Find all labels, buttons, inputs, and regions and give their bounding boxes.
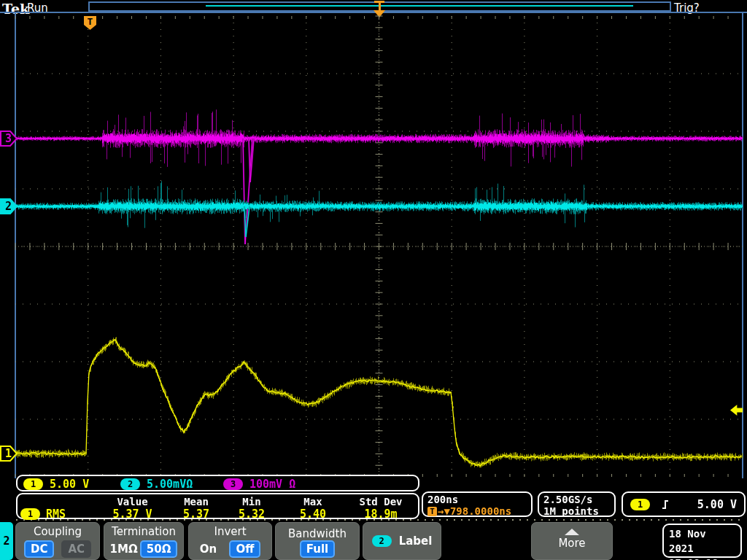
invert-on-option[interactable]: On xyxy=(200,542,217,556)
arrow-right-icon: → xyxy=(438,505,444,517)
record-length: 1M points xyxy=(543,505,610,517)
channel3-scale: 100mV Ω xyxy=(249,478,295,491)
svg-text:2: 2 xyxy=(5,200,12,213)
horizontal-delay: T→▼798.0000ns xyxy=(427,505,527,517)
date-text: 18 Nov 2021 xyxy=(669,526,735,556)
channel1-scale: 5.00 V xyxy=(50,478,89,491)
meas-row-name: 1 RMS xyxy=(20,508,93,521)
channel3-marker[interactable]: 3 xyxy=(0,131,18,147)
channel-scale-bar: 1 5.00 V 2 5.00mVΩ 3 100mV Ω xyxy=(16,475,419,491)
acquisition-readout-box[interactable]: 2.50GS/s 1M points xyxy=(538,491,616,517)
channel2-badge[interactable]: 2 5.00mVΩ xyxy=(120,478,193,490)
channel2-oval: 2 xyxy=(120,478,140,490)
channel2-scale: 5.00mVΩ xyxy=(147,478,193,491)
bandwidth-button[interactable]: Bandwidth Full xyxy=(275,522,360,560)
coupling-dc-option[interactable]: DC xyxy=(24,540,54,558)
invert-button[interactable]: Invert On Off xyxy=(188,522,272,560)
meas-header-min: Min xyxy=(222,496,281,508)
meas-stddev: 18.9m xyxy=(346,508,416,521)
measurement-box[interactable]: Value Mean Min Max Std Dev 1 RMS 5.37 V … xyxy=(16,493,419,519)
channel2-marker[interactable]: 2 xyxy=(0,198,18,214)
invert-off-option[interactable]: Off xyxy=(229,540,260,558)
termination-button[interactable]: Termination 1MΩ 50Ω xyxy=(104,522,184,560)
bandwidth-full-option[interactable]: Full xyxy=(300,540,335,558)
meas-value: 5.37 V xyxy=(98,508,167,521)
trigger-level: 5.00 V xyxy=(697,498,737,511)
rising-edge-icon xyxy=(660,499,672,510)
invert-title: Invert xyxy=(189,525,271,538)
meas-min: 5.32 xyxy=(222,508,281,521)
termination-50-option[interactable]: 50Ω xyxy=(140,540,178,558)
more-title: More xyxy=(532,537,612,550)
coupling-ac-option[interactable]: AC xyxy=(61,540,91,558)
time-text: 17:08:18 xyxy=(669,556,735,560)
channel1-oval: 1 xyxy=(23,478,43,490)
horizontal-scale: 200ns xyxy=(427,494,527,505)
meas-header-max: Max xyxy=(284,496,342,508)
more-button[interactable]: More xyxy=(531,522,613,560)
acquisition-window-indicator xyxy=(206,5,633,7)
svg-text:3: 3 xyxy=(5,132,12,145)
svg-text:1: 1 xyxy=(5,447,12,460)
channel1-badge[interactable]: 1 5.00 V xyxy=(23,478,89,490)
trigger-source-oval: 1 xyxy=(630,499,650,510)
waveform-canvas xyxy=(15,12,743,478)
channel1-marker[interactable]: 1 xyxy=(0,446,18,462)
termination-1m-option[interactable]: 1MΩ xyxy=(110,542,138,556)
meas-max: 5.40 xyxy=(284,508,342,521)
datetime-box: 18 Nov 2021 17:08:18 xyxy=(662,524,742,558)
trigger-t-icon: T xyxy=(427,507,437,516)
label-button[interactable]: 2 Label xyxy=(363,522,441,560)
label-channel-oval: 2 xyxy=(372,535,392,547)
triangle-down-icon: ▼ xyxy=(444,505,449,517)
sample-rate: 2.50GS/s xyxy=(543,494,610,505)
meas-header-mean: Mean xyxy=(163,496,229,508)
oscilloscope-screen: Tek Run Trig? T 3 2 1 1 5.00 V 2 5.00mVΩ… xyxy=(0,0,747,560)
trigger-readout-box[interactable]: 1 5.00 V xyxy=(622,491,746,517)
label-title: Label xyxy=(399,534,433,548)
meas-header-stddev: Std Dev xyxy=(346,496,416,508)
meas-mean: 5.37 xyxy=(163,508,229,521)
menu-channel-tab[interactable]: 2 xyxy=(0,522,13,560)
channel3-badge[interactable]: 3 100mV Ω xyxy=(223,478,295,490)
coupling-title: Coupling xyxy=(16,525,99,538)
meas-channel-oval: 1 xyxy=(20,508,40,520)
bandwidth-title: Bandwidth xyxy=(276,527,359,540)
meas-header-value: Value xyxy=(98,496,167,508)
up-triangle-icon xyxy=(565,529,579,535)
coupling-button[interactable]: Coupling DC AC xyxy=(15,522,100,560)
channel3-oval: 3 xyxy=(223,478,243,490)
termination-title: Termination xyxy=(104,525,183,538)
horizontal-readout-box[interactable]: 200ns T→▼798.0000ns xyxy=(422,491,533,517)
